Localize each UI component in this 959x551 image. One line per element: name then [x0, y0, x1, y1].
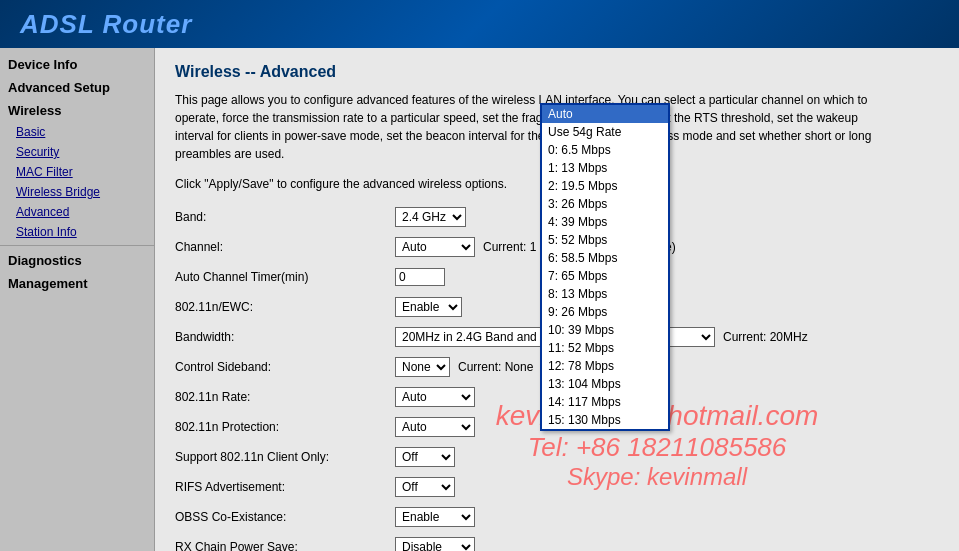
logo-adsl: ADSL	[20, 9, 94, 39]
rate-select[interactable]: Auto	[395, 387, 475, 407]
dropdown-item-11[interactable]: 11: 52 Mbps	[542, 339, 668, 357]
dropdown-item-6[interactable]: 6: 58.5 Mbps	[542, 249, 668, 267]
obss-label: OBSS Co-Existance:	[175, 510, 395, 524]
sidebar-item-security[interactable]: Security	[0, 142, 154, 162]
ewc-label: 802.11n/EWC:	[175, 300, 395, 314]
content-area: Wireless -- Advanced This page allows yo…	[155, 48, 959, 551]
logo: ADSL Router	[20, 9, 192, 40]
sidebar-item-advanced-setup[interactable]: Advanced Setup	[0, 76, 154, 99]
obss-select[interactable]: Enable Disable	[395, 507, 475, 527]
dropdown-item-0[interactable]: 0: 6.5 Mbps	[542, 141, 668, 159]
dropdown-item-10[interactable]: 10: 39 Mbps	[542, 321, 668, 339]
dropdown-item-7[interactable]: 7: 65 Mbps	[542, 267, 668, 285]
sideband-select[interactable]: None	[395, 357, 450, 377]
dropdown-item-15[interactable]: 15: 130 Mbps	[542, 411, 668, 429]
rifs-select[interactable]: Off On	[395, 477, 455, 497]
sidebar-item-advanced[interactable]: Advanced	[0, 202, 154, 222]
dropdown-item-14[interactable]: 14: 117 Mbps	[542, 393, 668, 411]
sideband-label: Control Sideband:	[175, 360, 395, 374]
obss-row: OBSS Co-Existance: Enable Disable	[175, 505, 939, 529]
channel-label: Channel:	[175, 240, 395, 254]
bandwidth-label: Bandwidth:	[175, 330, 395, 344]
rifs-label: RIFS Advertisement:	[175, 480, 395, 494]
dropdown-item-2[interactable]: 2: 19.5 Mbps	[542, 177, 668, 195]
dropdown-item-8[interactable]: 8: 13 Mbps	[542, 285, 668, 303]
protection-select[interactable]: Auto	[395, 417, 475, 437]
sideband-current: Current: None	[458, 360, 533, 374]
sidebar-item-device-info[interactable]: Device Info	[0, 53, 154, 76]
rx-power-row: RX Chain Power Save: Disable Enable	[175, 535, 939, 551]
client-only-row: Support 802.11n Client Only: Off On	[175, 445, 939, 469]
page-description: This page allows you to configure advanc…	[175, 91, 875, 163]
main-layout: Device Info Advanced Setup Wireless Basi…	[0, 48, 959, 551]
sidebar-item-station-info[interactable]: Station Info	[0, 222, 154, 242]
dropdown-item-1[interactable]: 1: 13 Mbps	[542, 159, 668, 177]
client-only-select[interactable]: Off On	[395, 447, 455, 467]
dropdown-item-3[interactable]: 3: 26 Mbps	[542, 195, 668, 213]
rx-power-label: RX Chain Power Save:	[175, 540, 395, 551]
sidebar-item-wireless[interactable]: Wireless	[0, 99, 154, 122]
channel-select[interactable]: Auto	[395, 237, 475, 257]
header: ADSL Router	[0, 0, 959, 48]
sidebar-item-wireless-bridge[interactable]: Wireless Bridge	[0, 182, 154, 202]
protection-label: 802.11n Protection:	[175, 420, 395, 434]
page-title: Wireless -- Advanced	[175, 63, 939, 81]
ewc-select[interactable]: Enable Disable	[395, 297, 462, 317]
logo-router: Router	[94, 9, 192, 39]
dropdown-item-12[interactable]: 12: 78 Mbps	[542, 357, 668, 375]
bandwidth-current: Current: 20MHz	[723, 330, 808, 344]
client-only-label: Support 802.11n Client Only:	[175, 450, 395, 464]
dropdown-item-9[interactable]: 9: 26 Mbps	[542, 303, 668, 321]
sidebar-divider	[0, 245, 154, 246]
dropdown-item-5[interactable]: 5: 52 Mbps	[542, 231, 668, 249]
sidebar-item-management[interactable]: Management	[0, 272, 154, 295]
sidebar: Device Info Advanced Setup Wireless Basi…	[0, 48, 155, 551]
rate-label: 802.11n Rate:	[175, 390, 395, 404]
sidebar-item-diagnostics[interactable]: Diagnostics	[0, 249, 154, 272]
dropdown-item-13[interactable]: 13: 104 Mbps	[542, 375, 668, 393]
rifs-row: RIFS Advertisement: Off On	[175, 475, 939, 499]
auto-timer-label: Auto Channel Timer(min)	[175, 270, 395, 284]
sidebar-item-basic[interactable]: Basic	[0, 122, 154, 142]
sidebar-item-mac-filter[interactable]: MAC Filter	[0, 162, 154, 182]
dropdown-item-use54g[interactable]: Use 54g Rate	[542, 123, 668, 141]
apply-note: Click "Apply/Save" to configure the adva…	[175, 175, 875, 193]
dropdown-item-4[interactable]: 4: 39 Mbps	[542, 213, 668, 231]
dropdown-item-auto[interactable]: Auto	[542, 105, 668, 123]
rx-power-select[interactable]: Disable Enable	[395, 537, 475, 551]
band-select[interactable]: 2.4 GHz	[395, 207, 466, 227]
channel-dropdown-overlay: Auto Use 54g Rate 0: 6.5 Mbps 1: 13 Mbps…	[540, 103, 670, 431]
band-label: Band:	[175, 210, 395, 224]
auto-timer-input[interactable]	[395, 268, 445, 286]
